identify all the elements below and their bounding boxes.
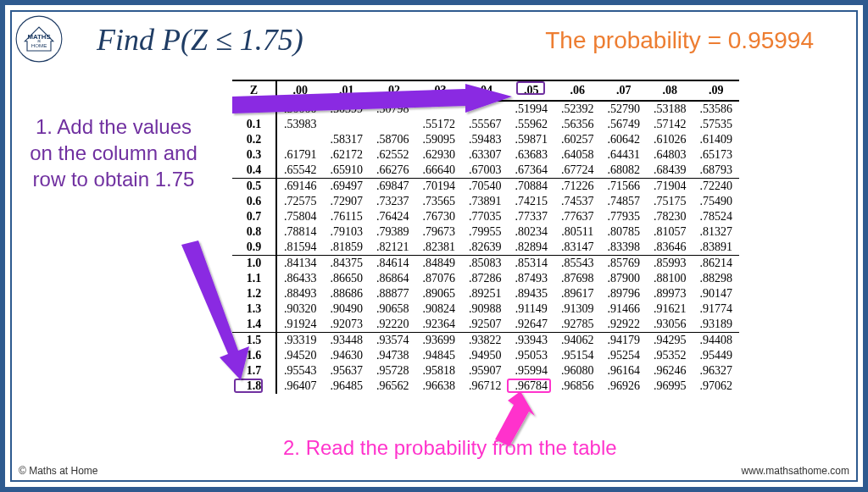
table-row: 0.7.75804.76115.76424.76730.77035.77337.…	[232, 209, 739, 224]
table-cell: .65542	[276, 163, 324, 179]
table-cell: .92220	[370, 317, 416, 333]
table-cell: .67724	[554, 163, 601, 179]
outer-frame: MATHS HOME at Find P(Z ≤ 1.75) The proba…	[0, 0, 868, 492]
table-cell: .75175	[647, 194, 693, 209]
table-cell: 0.2	[232, 132, 276, 147]
table-cell: .96856	[554, 379, 601, 394]
table-cell: .84134	[276, 256, 324, 272]
table-cell: .85543	[554, 256, 601, 272]
table-cell: 0.6	[232, 194, 276, 209]
table-cell: .95907	[462, 363, 509, 379]
table-cell: .73891	[462, 194, 509, 209]
table-cell: .74215	[509, 194, 555, 209]
table-cell: .68793	[693, 163, 740, 179]
table-row: 1.4.91924.92073.92220.92364.92507.92647.…	[232, 317, 739, 333]
table-cell: .88877	[370, 286, 416, 301]
table-cell: .79673	[416, 224, 463, 240]
table-cell: .62930	[416, 147, 463, 163]
table-row: 1.5.93319.93448.93574.93699.93822.93943.…	[232, 333, 739, 349]
table-cell: .80511	[554, 224, 601, 240]
table-cell: .95352	[647, 348, 693, 363]
answer-text: The probability = 0.95994	[545, 27, 814, 54]
table-cell: .95728	[370, 363, 416, 379]
table-cell: .85993	[647, 256, 693, 272]
table-cell: .66276	[370, 163, 416, 179]
table-cell: .60257	[554, 132, 601, 147]
table-cell: .63683	[509, 147, 555, 163]
table-cell: .71566	[601, 179, 648, 195]
table-cell: .92922	[601, 317, 648, 333]
table-cell: .95254	[601, 348, 648, 363]
inner-frame: MATHS HOME at Find P(Z ≤ 1.75) The proba…	[10, 10, 858, 482]
table-cell: .92364	[416, 317, 463, 333]
table-cell: 0.7	[232, 209, 276, 224]
table-cell: .89065	[416, 286, 463, 301]
table-cell: .87900	[601, 271, 648, 286]
table-cell: .68439	[647, 163, 693, 179]
table-cell: .65910	[324, 163, 370, 179]
table-cell: .92507	[462, 317, 509, 333]
table-cell: .95154	[554, 348, 601, 363]
svg-marker-5	[181, 240, 249, 380]
table-cell: .80234	[509, 224, 555, 240]
table-cell: .62172	[324, 147, 370, 163]
table-cell: .87286	[462, 271, 509, 286]
table-cell: .86650	[324, 271, 370, 286]
table-cell: .77935	[601, 209, 648, 224]
table-cell: .94295	[647, 333, 693, 349]
table-cell: .86433	[276, 271, 324, 286]
table-cell: .56749	[601, 117, 648, 132]
table-cell: .88100	[647, 271, 693, 286]
table-cell: .95543	[276, 363, 324, 379]
table-cell: .64431	[601, 147, 648, 163]
table-row: 1.3.90320.90490.90658.90824.90988.91149.…	[232, 301, 739, 317]
table-cell: .91309	[554, 301, 601, 317]
table-cell: .70540	[462, 179, 509, 195]
table-cell: .59483	[462, 132, 509, 147]
table-row: 0.4.65542.65910.66276.66640.67003.67364.…	[232, 163, 739, 179]
table-cell: .96407	[276, 379, 324, 394]
table-cell: .96080	[554, 363, 601, 379]
table-cell: .74857	[601, 194, 648, 209]
table-row: 0.8.78814.79103.79389.79673.79955.80234.…	[232, 224, 739, 240]
table-cell: .91621	[647, 301, 693, 317]
table-row: 1.8.96407.96485.96562.96638.96712.96784.…	[232, 379, 739, 394]
table-cell: .96246	[647, 363, 693, 379]
table-cell: .68082	[601, 163, 648, 179]
table-cell: .58706	[370, 132, 416, 147]
table-cell: 0.4	[232, 163, 276, 179]
table-cell: .92647	[509, 317, 555, 333]
table-cell: .73565	[416, 194, 463, 209]
table-cell: .86864	[370, 271, 416, 286]
table-cell: .82894	[509, 240, 555, 256]
table-cell: .65173	[693, 147, 740, 163]
table-cell: .74537	[554, 194, 601, 209]
table-cell: .91466	[601, 301, 648, 317]
table-cell: .53586	[693, 101, 740, 117]
table-cell: .86214	[693, 256, 740, 272]
table-cell: 0.5	[232, 179, 276, 195]
table-cell: .95818	[416, 363, 463, 379]
table-cell: .78230	[647, 209, 693, 224]
table-cell: .87493	[509, 271, 555, 286]
table-row: 1.1.86433.86650.86864.87076.87286.87493.…	[232, 271, 739, 286]
table-cell: .93056	[647, 317, 693, 333]
table-cell: .61409	[693, 132, 740, 147]
table-cell: 0.3	[232, 147, 276, 163]
table-cell	[276, 132, 324, 147]
table-cell: .63307	[462, 147, 509, 163]
table-row: 1.7.95543.95637.95728.95818.95907.95994.…	[232, 363, 739, 379]
table-cell: .88298	[693, 271, 740, 286]
table-cell: .89617	[554, 286, 601, 301]
table-row: 0.6.72575.72907.73237.73565.73891.74215.…	[232, 194, 739, 209]
table-cell: .82639	[462, 240, 509, 256]
table-cell: .96164	[601, 363, 648, 379]
table-cell: .61791	[276, 147, 324, 163]
website-url: www.mathsathome.com	[742, 465, 849, 477]
table-cell: .90824	[416, 301, 463, 317]
table-body: 0.0.50000.50399.50798.51994.52392.52790.…	[232, 101, 739, 394]
table-cell: .62552	[370, 147, 416, 163]
table-row: 1.2.88493.88686.88877.89065.89251.89435.…	[232, 286, 739, 301]
table-cell: .87698	[554, 271, 601, 286]
table-cell: .94845	[416, 348, 463, 363]
